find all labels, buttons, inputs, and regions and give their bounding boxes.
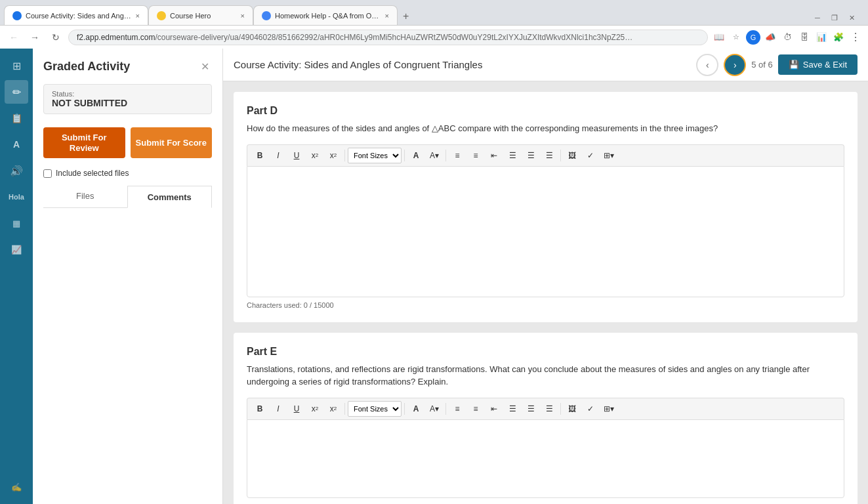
page-indicator: 5 of 6 — [751, 60, 773, 70]
align-left-button-e[interactable]: ☰ — [504, 401, 521, 417]
sidebar-close-button[interactable]: ✕ — [197, 59, 212, 74]
bookmark-button[interactable]: ☆ — [729, 30, 743, 45]
separator3 — [445, 150, 446, 161]
image-button-d[interactable]: 🖼 — [564, 148, 581, 163]
tab-content-area — [33, 208, 222, 504]
left-navigation: ⊞ ✏ 📋 A 🔊 Hola ▦ 📈 ✍ — [0, 49, 33, 504]
sidebar: Graded Activity ✕ Status: NOT SUBMITTED … — [33, 49, 223, 504]
bold-button-e[interactable]: B — [251, 401, 268, 417]
ext5-button[interactable]: 📊 — [814, 30, 829, 45]
restore-button[interactable]: ❐ — [827, 10, 842, 25]
sidebar-tabs: Files Comments — [43, 186, 212, 208]
italic-button-e[interactable]: I — [270, 401, 287, 417]
tab-close-homework[interactable]: × — [385, 12, 389, 20]
back-button[interactable]: ← — [5, 29, 22, 46]
save-exit-icon: 💾 — [789, 60, 799, 70]
indent-left-button-e[interactable]: ⇤ — [486, 401, 503, 417]
ext4-button[interactable]: 🗄 — [797, 30, 812, 45]
tab-close-coursehero[interactable]: × — [241, 12, 245, 20]
files-tab[interactable]: Files — [43, 186, 127, 207]
table-button-d[interactable]: ⊞▾ — [600, 148, 617, 163]
separator1 — [344, 150, 345, 161]
font-size-select-d[interactable]: Font Sizes — [348, 148, 402, 163]
extensions-circle[interactable]: G — [746, 30, 760, 45]
italic-button-d[interactable]: I — [270, 148, 287, 163]
subscript-button-d[interactable]: x2 — [325, 148, 342, 163]
align-right-button-e[interactable]: ☰ — [541, 401, 558, 417]
prev-page-button[interactable]: ‹ — [696, 54, 718, 76]
nav-text-icon[interactable]: A — [5, 133, 28, 156]
font-highlight-button-e[interactable]: A▾ — [426, 401, 443, 417]
nav-marker-icon[interactable]: ✍ — [5, 475, 28, 499]
comments-tab[interactable]: Comments — [127, 186, 213, 208]
indent-left-button-d[interactable]: ⇤ — [486, 148, 503, 163]
next-page-button[interactable]: › — [724, 54, 746, 76]
forward-button[interactable]: → — [26, 29, 43, 46]
separator2 — [404, 150, 405, 161]
unordered-list-button-e[interactable]: ≡ — [449, 401, 466, 417]
minimize-button[interactable]: ─ — [810, 10, 825, 25]
ordered-list-button-d[interactable]: ≡ — [467, 148, 484, 163]
check-button-d[interactable]: ✓ — [582, 148, 599, 163]
superscript-button-e[interactable]: x2 — [306, 401, 323, 417]
sidebar-header: Graded Activity ✕ — [33, 49, 222, 79]
nav-speaker-icon[interactable]: 🔊 — [5, 159, 28, 182]
tab-title-homework: Homework Help - Q&A from Onl… — [275, 12, 381, 20]
part-d-char-count: Characters used: 0 / 15000 — [247, 301, 844, 309]
status-label: Status: — [52, 90, 203, 98]
part-e-editor[interactable] — [247, 419, 844, 498]
main-header: Course Activity: Sides and Angles of Con… — [223, 49, 868, 81]
nav-grid-icon[interactable]: ⊞ — [5, 54, 28, 77]
include-files-container: Include selected files — [43, 169, 212, 178]
superscript-button-d[interactable]: x2 — [306, 148, 323, 163]
part-e-section: Part E Translations, rotations, and refl… — [234, 333, 858, 505]
underline-button-e[interactable]: U — [288, 401, 305, 417]
underline-button-d[interactable]: U — [288, 148, 305, 163]
check-button-e[interactable]: ✓ — [582, 401, 599, 417]
bold-button-d[interactable]: B — [251, 148, 268, 163]
main-scroll-area: Part D How do the measures of the sides … — [223, 81, 868, 504]
ext6-button[interactable]: 🧩 — [831, 30, 846, 45]
unordered-list-button-d[interactable]: ≡ — [449, 148, 466, 163]
submit-review-button[interactable]: Submit For Review — [43, 127, 125, 158]
align-left-button-d[interactable]: ☰ — [504, 148, 521, 163]
new-tab-button[interactable]: + — [398, 8, 414, 25]
align-right-button-d[interactable]: ☰ — [541, 148, 558, 163]
include-files-label[interactable]: Include selected files — [56, 169, 129, 178]
nav-assignment-icon[interactable]: 📋 — [5, 106, 28, 130]
separator6 — [404, 403, 405, 415]
subscript-button-e[interactable]: x2 — [325, 401, 342, 417]
menu-button[interactable]: ⋮ — [848, 30, 863, 45]
ext2-button[interactable]: 📣 — [763, 30, 777, 45]
reader-mode-button[interactable]: 📖 — [712, 30, 726, 45]
font-size-select-e[interactable]: Font Sizes — [348, 401, 402, 417]
nav-translate-icon[interactable]: Hola — [5, 185, 28, 209]
url-bar[interactable]: f2.app.edmentum.com/courseware-delivery/… — [68, 30, 708, 45]
image-button-e[interactable]: 🖼 — [564, 401, 581, 417]
font-color-button-e[interactable]: A — [407, 401, 424, 417]
reload-button[interactable]: ↻ — [47, 29, 64, 46]
font-color-button-d[interactable]: A — [407, 148, 424, 163]
nav-pencil-icon[interactable]: ✏ — [5, 80, 28, 104]
part-d-toolbar: B I U x2 x2 Font Sizes A A▾ ≡ ≡ ⇤ — [247, 144, 844, 166]
nav-chart-icon[interactable]: 📈 — [5, 238, 28, 261]
submit-score-button[interactable]: Submit For Score — [131, 127, 213, 158]
ext3-button[interactable]: ⏱ — [780, 30, 795, 45]
tab-close-edmentum[interactable]: × — [136, 12, 140, 20]
table-button-e[interactable]: ⊞▾ — [600, 401, 617, 417]
nav-calculator-icon[interactable]: ▦ — [5, 211, 28, 235]
include-files-checkbox[interactable] — [43, 169, 52, 178]
status-box: Status: NOT SUBMITTED — [43, 84, 212, 114]
part-d-editor[interactable] — [247, 166, 844, 297]
tab-homework[interactable]: Homework Help - Q&A from Onl… × — [253, 5, 398, 25]
tab-edmentum[interactable]: Course Activity: Sides and Angl… × — [4, 5, 148, 25]
align-center-button-d[interactable]: ☰ — [522, 148, 539, 163]
close-window-button[interactable]: ✕ — [844, 10, 859, 25]
tab-coursehero[interactable]: Course Hero × — [148, 5, 253, 25]
align-center-button-e[interactable]: ☰ — [522, 401, 539, 417]
font-highlight-button-d[interactable]: A▾ — [426, 148, 443, 163]
save-exit-button[interactable]: 💾 Save & Exit — [778, 54, 858, 75]
separator8 — [560, 403, 561, 415]
separator7 — [445, 403, 446, 415]
ordered-list-button-e[interactable]: ≡ — [467, 401, 484, 417]
